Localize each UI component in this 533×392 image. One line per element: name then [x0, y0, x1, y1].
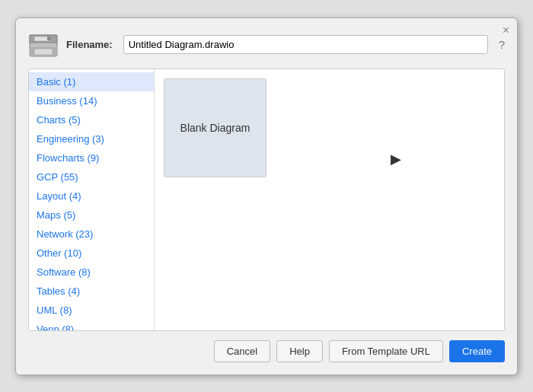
category-item-other[interactable]: Other (10) — [29, 244, 154, 263]
help-icon[interactable]: ? — [499, 38, 505, 51]
category-item-venn[interactable]: Venn (8) — [29, 320, 154, 330]
cancel-button[interactable]: Cancel — [214, 340, 270, 362]
category-item-gcp[interactable]: GCP (55) — [29, 167, 154, 186]
category-item-tables[interactable]: Tables (4) — [29, 282, 154, 301]
category-item-flowcharts[interactable]: Flowcharts (9) — [29, 148, 154, 167]
cursor-indicator: ▶ — [391, 151, 401, 250]
from-template-url-button[interactable]: From Template URL — [329, 340, 443, 362]
svg-rect-5 — [47, 37, 50, 40]
filename-input[interactable] — [123, 35, 488, 54]
new-diagram-dialog: × Filename: ? Basic (1)Business (14)Char… — [15, 18, 518, 375]
header-row: Filename: ? — [28, 30, 505, 59]
footer-row: Cancel Help From Template URL Create — [28, 340, 505, 362]
category-item-charts[interactable]: Charts (5) — [29, 110, 154, 129]
body-row: Basic (1)Business (14)Charts (5)Engineer… — [28, 69, 505, 331]
create-button[interactable]: Create — [449, 340, 505, 362]
close-button[interactable]: × — [503, 24, 509, 37]
category-item-basic[interactable]: Basic (1) — [29, 72, 154, 91]
template-area: Blank Diagram ▶ — [155, 69, 504, 330]
category-item-layout[interactable]: Layout (4) — [29, 186, 154, 206]
template-card-blank[interactable]: Blank Diagram — [164, 78, 266, 177]
category-item-maps[interactable]: Maps (5) — [29, 206, 154, 225]
category-item-software[interactable]: Software (8) — [29, 263, 154, 282]
category-item-business[interactable]: Business (14) — [29, 91, 154, 110]
category-item-network[interactable]: Network (23) — [29, 225, 154, 244]
filename-label: Filename: — [66, 39, 113, 50]
help-button[interactable]: Help — [276, 340, 323, 362]
category-list: Basic (1)Business (14)Charts (5)Engineer… — [29, 69, 155, 330]
svg-rect-4 — [34, 49, 53, 55]
disk-icon — [28, 30, 59, 59]
category-item-uml[interactable]: UML (8) — [29, 301, 154, 320]
category-item-engineering[interactable]: Engineering (3) — [29, 129, 154, 148]
